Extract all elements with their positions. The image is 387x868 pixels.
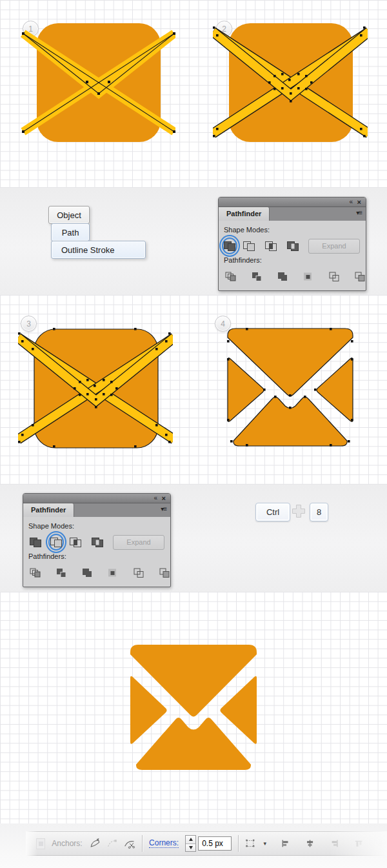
eight-key-label: 8 [317,507,321,517]
shape-mode-unite-button[interactable] [223,239,236,253]
intersect-icon [69,537,82,548]
tutorial-canvas: 1 2 3 4 [0,0,387,868]
minus-front-icon [50,537,63,548]
panel-titlebar: « × [23,494,170,503]
unite-icon [223,241,236,252]
panel-body: Shape Modes: [23,517,170,587]
corners-value-input[interactable] [198,836,232,851]
minus-back-icon [159,568,170,578]
outline-icon [133,568,144,578]
expand-button[interactable]: Expand [113,535,164,550]
exclude-icon [91,537,104,548]
panel-body: Shape Modes: [219,221,366,290]
menu-item-object[interactable]: Object [48,206,90,224]
pathfinder-crop-button[interactable] [303,270,314,282]
shape-modes-row: Expand [219,237,366,255]
shape-modes-label: Shape Modes: [28,522,170,530]
envelope-step-1-artwork [21,14,175,153]
pathfinder-crop-button[interactable] [107,567,119,578]
control-bar: Anchors: Corners: [26,831,387,856]
ctrl-key: Ctrl [255,503,290,521]
shape-mode-unite-button[interactable] [29,536,42,548]
menu-item-path-label: Path [62,228,79,237]
corners-stepper-up[interactable] [186,836,195,844]
trim-icon [251,272,262,281]
dropdown-caret-icon[interactable]: ▾ [263,840,266,847]
step-4-number: 4 [221,319,225,328]
menu-item-outline-stroke[interactable]: Outline Stroke [51,241,146,259]
pathfinder-outline-button[interactable] [328,270,340,282]
shape-mode-intersect-button[interactable] [264,240,277,252]
toolbar-divider [238,835,239,852]
envelope-step-4-artwork [227,328,353,447]
pathfinders-label: Pathfinders: [28,552,170,560]
outline-icon [328,272,339,281]
expand-button[interactable]: Expand [308,239,360,254]
shape-mode-minus-front-button[interactable] [50,535,63,549]
tab-pathfinder-label: Pathfinder [31,506,66,514]
shape-mode-minus-front-button[interactable] [243,240,255,252]
panel-tab-row: Pathfinder ▾≡ [219,207,366,221]
divide-icon [225,272,236,281]
pathfinder-minus-back-button[interactable] [354,270,366,282]
menu-item-outline-stroke-label: Outline Stroke [61,245,114,255]
pathfinder-trim-button[interactable] [55,567,66,578]
pathfinder-merge-button[interactable] [81,567,92,578]
corners-link[interactable]: Corners: [149,839,179,848]
exclude-icon [286,241,299,252]
pathfinders-label: Pathfinders: [224,256,366,264]
tab-pathfinder-label: Pathfinder [226,210,261,217]
corners-control [185,835,232,852]
menu-item-path[interactable]: Path [51,223,90,241]
envelope-step-2-artwork [213,14,368,153]
minus-back-icon [354,272,365,281]
pathfinder-trim-button[interactable] [250,270,262,282]
shape-mode-exclude-button[interactable] [91,536,104,548]
collapse-panel-icon[interactable]: « [349,197,352,207]
shape-modes-row: Expand [23,533,170,551]
pathfinder-outline-button[interactable] [133,567,144,578]
tab-pathfinder[interactable]: Pathfinder [23,503,74,517]
envelope-step-3-artwork [18,320,173,459]
align-left-icon[interactable] [281,839,290,848]
close-panel-icon[interactable]: × [357,197,361,207]
bounding-box-icon[interactable] [245,838,255,849]
crop-icon [303,272,313,281]
pathfinders-row [23,563,170,581]
panel-titlebar: « × [219,197,366,207]
close-panel-icon[interactable]: × [162,494,166,503]
crop-icon [107,568,118,578]
corners-stepper [185,835,196,852]
envelope-final-artwork [130,644,257,771]
pathfinder-panel-2: « × Pathfinder ▾≡ Shape Modes: [23,493,171,587]
pathfinder-minus-back-button[interactable] [159,567,170,578]
pathfinder-panel-1: « × Pathfinder ▾≡ Shape Modes: [218,197,366,291]
cut-path-scissors-icon[interactable] [124,838,135,850]
pathfinders-row [219,267,366,285]
pathfinder-divide-button[interactable] [224,270,236,282]
panel-menu-icon[interactable]: ▾≡ [356,209,362,216]
intersect-icon [264,241,277,252]
shape-modes-label: Shape Modes: [224,226,366,234]
divide-icon [30,568,41,578]
shape-mode-intersect-button[interactable] [69,536,82,548]
plus-icon [292,504,306,518]
pen-nib-icon[interactable] [89,837,101,850]
pathfinder-merge-button[interactable] [276,270,288,282]
minus-front-icon [243,241,255,252]
shape-mode-exclude-button[interactable] [286,240,299,252]
pathfinder-divide-button[interactable] [29,567,41,578]
anchors-label: Anchors: [52,839,82,848]
down-arrow-icon [189,846,193,849]
up-arrow-icon [189,838,193,841]
menu-item-object-label: Object [57,210,81,220]
merge-icon [277,272,288,281]
add-anchor-icon [107,838,117,849]
toolbar-right-fade [329,831,387,856]
align-center-icon[interactable] [306,839,314,848]
collapse-panel-icon[interactable]: « [154,494,156,503]
panel-menu-icon[interactable]: ▾≡ [161,505,166,512]
disabled-anchor-button [36,838,45,849]
corners-stepper-down[interactable] [186,844,195,852]
tab-pathfinder[interactable]: Pathfinder [219,207,270,221]
